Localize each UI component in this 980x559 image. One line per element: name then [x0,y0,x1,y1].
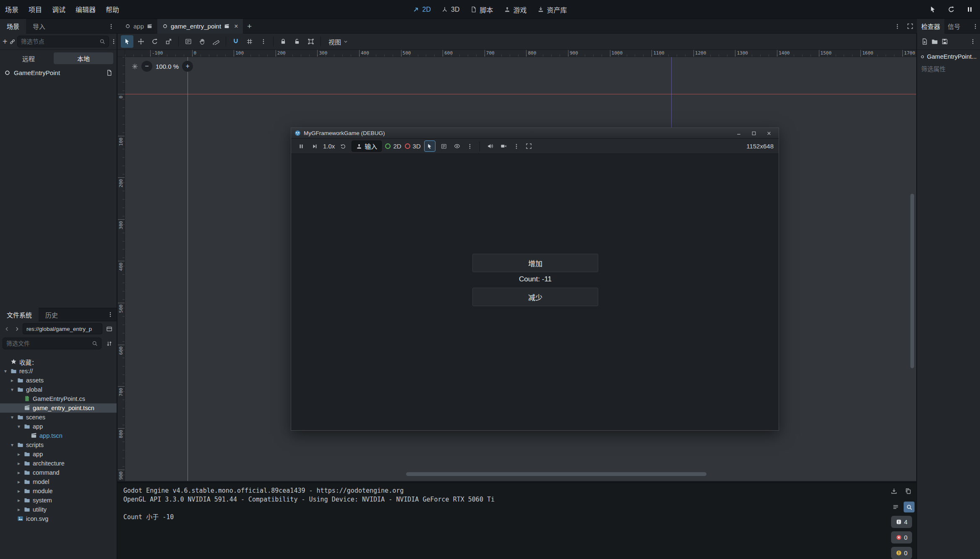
local-button[interactable]: 本地 [54,52,113,64]
expander-icon[interactable]: ▸ [16,479,22,485]
inspected-node[interactable]: GameEntryPoint... [917,50,980,62]
audio-mute-icon[interactable] [485,140,495,153]
dock-menu-icon[interactable] [105,20,117,33]
fs-item-system[interactable]: ▸system [0,496,117,505]
fs-dock-menu-icon[interactable] [104,308,117,321]
fs-item-global[interactable]: ▾global [0,385,117,394]
zoom-out-button[interactable]: − [141,61,152,72]
attached-script-icon[interactable] [106,70,112,76]
pan-tool-button[interactable] [196,35,209,48]
error-count-badge[interactable]: 0 [891,531,912,543]
close-tab-icon[interactable]: × [234,23,238,30]
grid-snap-toggle[interactable] [243,35,256,48]
visibility-icon[interactable] [452,140,462,153]
view-menu-button[interactable]: 视图 [324,36,352,48]
remote-button[interactable]: 远程 [3,54,54,63]
fs-item-app[interactable]: ▾app [0,422,117,431]
menu-project[interactable]: 项目 [23,2,47,16]
unlock-button[interactable] [291,35,303,48]
menu-help[interactable]: 帮助 [101,2,124,16]
fs-item-assets[interactable]: ▸assets [0,376,117,385]
screen-game-button[interactable]: 游戏 [504,5,526,15]
lock-button[interactable] [277,35,289,48]
fs-item-architecture[interactable]: ▸architecture [0,459,117,468]
new-resource-icon[interactable] [921,38,928,45]
fullscreen-icon[interactable] [524,140,534,153]
canvas-viewport[interactable]: − 100.0 % + MyGFrameworkGame (DEBUG) 1.0… [125,57,916,481]
fs-item-app[interactable]: ▸app [0,450,117,459]
expander-icon[interactable]: ▸ [16,497,22,503]
screen-script-button[interactable]: 脚本 [470,5,493,15]
fs-path-field[interactable]: res://global/game_entry_p [23,323,102,334]
snap-options-icon[interactable] [257,35,270,48]
camera-options-icon[interactable] [512,140,521,153]
zoom-in-button[interactable]: + [182,61,193,72]
dock-tab-filesystem[interactable]: 文件系统 [0,308,39,321]
mode-3d-radio[interactable]: 3D [405,143,421,150]
fs-item-app.tscn[interactable]: app.tscn [0,431,117,440]
scale-tool-button[interactable] [162,35,175,48]
fs-sort-icon[interactable] [104,337,114,350]
scene-tab-game-entry-point[interactable]: game_entry_point × [157,19,243,34]
dock-tab-signals[interactable]: 信号 [944,19,964,34]
warning-count-badge[interactable]: 0 [891,547,912,559]
dock-tab-import[interactable]: 导入 [26,19,52,34]
game-window[interactable]: MyGFrameworkGame (DEBUG) 1.0x 输入 2D 3D [291,127,779,431]
instance-scene-icon[interactable] [9,35,16,48]
minimize-icon[interactable] [732,129,745,138]
screen-assetlib-button[interactable]: 资产库 [537,5,567,15]
save-log-icon[interactable] [889,486,899,497]
fs-item-scenes[interactable]: ▾scenes [0,413,117,422]
select-tool-button[interactable] [121,35,133,48]
dock-menu-icon[interactable] [971,20,980,33]
save-resource-icon[interactable] [941,38,948,45]
pause-project-button[interactable] [963,3,976,16]
inspector-filter-input[interactable]: 筛选属性 [917,62,980,75]
distraction-free-icon[interactable] [904,20,916,33]
smart-snap-toggle[interactable] [229,35,242,48]
load-resource-icon[interactable] [931,38,938,45]
node-list-icon[interactable] [439,140,449,153]
game-options-icon[interactable] [466,140,474,153]
expander-icon[interactable]: ▸ [16,507,22,512]
game-window-titlebar[interactable]: MyGFrameworkGame (DEBUG) [291,128,779,139]
close-icon[interactable] [763,129,775,138]
ruler-tool-button[interactable] [210,35,222,48]
reset-speed-icon[interactable] [338,140,348,153]
dock-tab-inspector[interactable]: 检查器 [917,19,944,34]
expander-icon[interactable]: ▸ [16,451,22,457]
scene-filter-input[interactable] [21,38,97,45]
zoom-level[interactable]: 100.0 % [156,63,179,70]
expander-icon[interactable]: ▸ [16,460,22,466]
search-log-icon[interactable] [904,502,915,512]
expander-icon[interactable]: ▾ [9,387,15,393]
camera-override-icon[interactable] [499,140,509,153]
fs-item-command[interactable]: ▸command [0,468,117,477]
scene-tab-app[interactable]: app [120,19,157,34]
new-tab-button[interactable]: + [243,20,255,33]
dock-tab-history[interactable]: 历史 [39,308,65,321]
screen-3d-button[interactable]: 3D [442,6,459,13]
restart-project-button[interactable] [945,3,957,16]
expander-icon[interactable]: ▾ [9,442,15,448]
pause-game-icon[interactable] [296,140,306,153]
nav-forward-icon[interactable] [13,322,21,335]
expander-icon[interactable]: ▸ [16,488,22,494]
expander-icon[interactable]: ▸ [9,377,15,383]
game-select-tool[interactable] [424,140,435,152]
game-speed[interactable]: 1.0x [323,143,335,150]
nav-back-icon[interactable] [3,322,11,335]
expander-icon[interactable]: ▾ [16,424,22,429]
fs-filter-input[interactable] [6,340,89,347]
fs-item-gameentrypoint.cs[interactable]: GameEntryPoint.cs [0,394,117,403]
grab-focus-button[interactable] [926,3,939,16]
scene-dock-menu-icon[interactable] [111,35,117,48]
horizontal-scrollbar[interactable] [406,472,706,476]
fs-item-scripts[interactable]: ▾scripts [0,440,117,450]
input-mode-toggle[interactable]: 输入 [352,140,382,152]
decrease-button[interactable]: 减少 [472,288,598,306]
increase-button[interactable]: 增加 [472,254,598,272]
add-node-button[interactable]: + [3,35,8,48]
menu-debug[interactable]: 调试 [47,2,70,16]
next-frame-icon[interactable] [310,140,320,153]
